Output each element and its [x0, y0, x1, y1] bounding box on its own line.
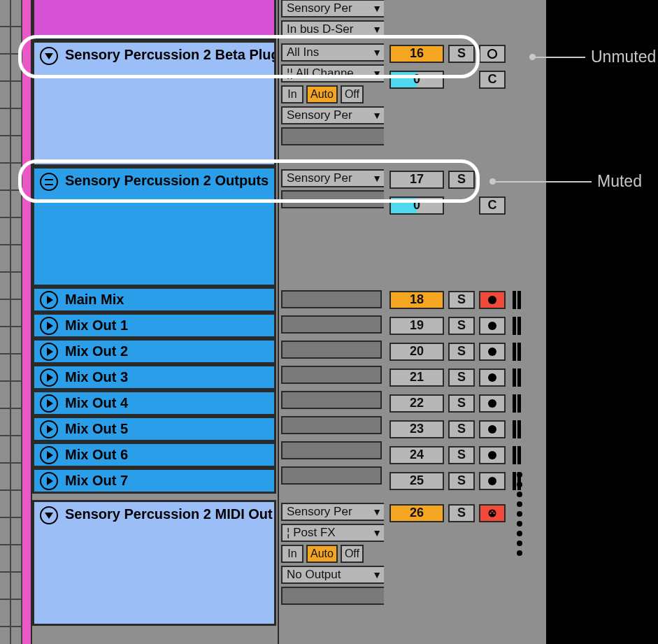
plugin-channel-dropdown[interactable]: ¦¦ All Channe▼	[281, 64, 386, 83]
left-ruler	[0, 0, 22, 644]
outputs-pan[interactable]: C	[479, 196, 506, 215]
play-icon[interactable]	[40, 472, 58, 490]
child-track-number[interactable]: 22	[389, 394, 444, 413]
child-track-number[interactable]: 18	[389, 291, 444, 309]
solo-button[interactable]: S	[448, 368, 475, 387]
monitor-in-button[interactable]: In	[281, 545, 303, 563]
svg-point-2	[489, 512, 491, 513]
plugin-output-dropdown[interactable]: Sensory Per▼	[281, 106, 386, 124]
outputs-track-number[interactable]: 17	[389, 171, 444, 189]
solo-button[interactable]: S	[448, 317, 475, 335]
solo-button[interactable]: S	[448, 446, 475, 464]
midi-track[interactable]: Sensory Percussion 2 MIDI Out	[32, 500, 276, 626]
arm-button[interactable]	[479, 420, 506, 438]
child-track-number[interactable]: 24	[389, 446, 444, 464]
record-dot-icon	[488, 322, 496, 330]
top-magenta-track[interactable]	[32, 0, 276, 41]
plugin-track-number[interactable]: 16	[389, 45, 444, 63]
child-mix-row[interactable]: Mix Out 1	[32, 313, 276, 338]
plugin-track[interactable]: Sensory Percussion 2 Beta Plugi	[32, 41, 276, 166]
svg-point-4	[492, 510, 493, 512]
io-empty-slot	[281, 366, 382, 384]
monitor-auto-button[interactable]: Auto	[306, 545, 338, 563]
outputs-volume[interactable]: 0	[389, 196, 444, 215]
solo-button[interactable]: S	[448, 291, 475, 309]
plugin-pan[interactable]: C	[479, 71, 506, 89]
io-empty-slot	[281, 391, 382, 409]
child-mix-label: Mix Out 2	[65, 343, 128, 359]
play-icon[interactable]	[40, 394, 58, 413]
play-icon[interactable]	[40, 420, 58, 438]
midi-track-number[interactable]: 26	[389, 504, 444, 522]
child-mix-row[interactable]: Mix Out 3	[32, 364, 276, 390]
plugin-solo-button[interactable]: S	[448, 45, 475, 63]
arm-button[interactable]	[479, 368, 506, 387]
monitor-off-button[interactable]: Off	[341, 545, 364, 563]
child-track-number[interactable]: 20	[389, 343, 444, 361]
child-mix-row[interactable]: Mix Out 4	[32, 390, 276, 416]
play-icon[interactable]	[40, 291, 58, 309]
midi-plug-icon	[487, 508, 498, 519]
child-mix-row[interactable]: Main Mix	[32, 287, 276, 313]
svg-point-3	[493, 512, 494, 513]
play-icon[interactable]	[40, 343, 58, 361]
outputs-solo-button[interactable]: S	[448, 171, 475, 189]
arm-button[interactable]	[479, 291, 506, 309]
chevron-down-icon: ▼	[372, 569, 382, 580]
midi-input2-dropdown[interactable]: ¦ Post FX▼	[281, 524, 386, 542]
monitor-auto-button[interactable]: Auto	[306, 85, 338, 103]
fold-down-icon[interactable]	[40, 47, 58, 65]
arm-button[interactable]	[479, 317, 506, 335]
midi-solo-button[interactable]: S	[448, 504, 475, 522]
midi-input-dropdown[interactable]: Sensory Per▼	[281, 503, 386, 521]
child-mix-label: Mix Out 1	[65, 317, 128, 334]
chevron-down-icon: ▼	[372, 110, 382, 121]
fold-down-icon[interactable]	[40, 506, 58, 524]
plugin-arm-button[interactable]	[479, 45, 506, 63]
play-icon[interactable]	[40, 446, 58, 464]
io-empty-slot	[281, 466, 382, 485]
child-mix-row[interactable]: Mix Out 2	[32, 338, 276, 364]
chevron-down-icon: ▼	[372, 3, 382, 14]
outputs-group-track[interactable]: Sensory Percussion 2 Outputs	[32, 166, 276, 287]
child-track-number[interactable]: 25	[389, 472, 444, 490]
child-mix-row[interactable]: Mix Out 5	[32, 416, 276, 442]
plugin-input-dropdown[interactable]: All Ins▼	[281, 43, 386, 62]
io-empty-slot	[281, 416, 382, 434]
top-io-bus-dropdown[interactable]: In bus D-Ser▼	[281, 20, 386, 38]
midi-monitor-group: In Auto Off	[281, 545, 386, 563]
monitor-in-button[interactable]: In	[281, 85, 303, 103]
solo-button[interactable]: S	[448, 394, 475, 413]
plugin-volume[interactable]: 0	[389, 71, 444, 89]
child-track-number[interactable]: 21	[389, 368, 444, 387]
outputs-input-dropdown[interactable]: Sensory Per▼	[281, 169, 386, 187]
record-dot-icon	[488, 399, 496, 408]
plugin-track-label: Sensory Percussion 2 Beta Plugi	[65, 47, 276, 63]
arm-button[interactable]	[479, 343, 506, 361]
solo-button[interactable]: S	[448, 420, 475, 438]
annotation-muted: Muted	[529, 172, 642, 191]
child-track-number[interactable]: 19	[389, 317, 444, 335]
arm-button[interactable]	[479, 446, 506, 464]
record-dot-icon	[488, 425, 496, 434]
midi-arm-button[interactable]	[479, 504, 506, 522]
midi-output-dropdown[interactable]: No Output▼	[281, 566, 386, 584]
arm-button[interactable]	[479, 472, 506, 490]
play-icon[interactable]	[40, 368, 58, 387]
top-io-out-dropdown[interactable]: Sensory Per▼	[281, 0, 386, 17]
io-empty-slot	[281, 190, 386, 208]
chevron-down-icon: ▼	[372, 527, 382, 538]
child-track-number[interactable]: 23	[389, 420, 444, 438]
child-mix-row[interactable]: Mix Out 6	[32, 442, 276, 468]
annotation-unmuted: Unmuted	[529, 48, 656, 66]
play-icon[interactable]	[40, 317, 58, 335]
group-icon[interactable]	[40, 173, 58, 191]
io-empty-slot	[281, 315, 382, 334]
solo-button[interactable]: S	[448, 343, 475, 361]
solo-button[interactable]: S	[448, 472, 475, 490]
arm-button[interactable]	[479, 394, 506, 413]
monitor-off-button[interactable]: Off	[341, 85, 364, 103]
child-mix-label: Mix Out 4	[65, 395, 128, 411]
chevron-down-icon: ▼	[372, 173, 382, 184]
child-mix-row[interactable]: Mix Out 7	[32, 468, 276, 494]
